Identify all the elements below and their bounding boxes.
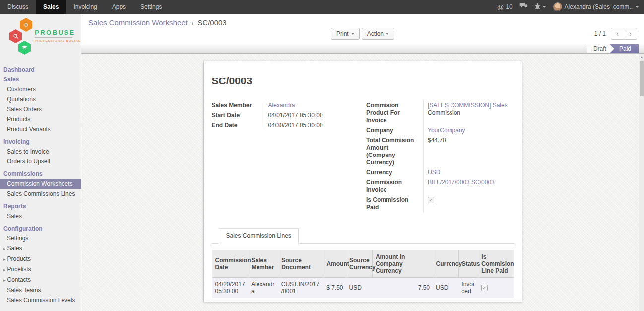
sidebar-item-config-sales[interactable]: ▸Sales (0, 243, 81, 254)
label-start-date: Start Date (212, 110, 264, 120)
cell-status: Invoiced (458, 298, 478, 303)
cell-amount: $ 7.50 (323, 278, 346, 298)
sidebar-section-sales[interactable]: Sales (0, 75, 81, 84)
sidebar-item-sales-to-invoice[interactable]: Sales to Invoice (0, 147, 81, 156)
sidebar-item-label: Pricelists (7, 266, 31, 273)
action-button[interactable]: Action (362, 28, 394, 40)
sidebar-nav: Dashboard Sales Customers Quotations Sal… (0, 65, 81, 305)
main-menu: Discuss Sales Invoicing Apps Settings (0, 0, 169, 14)
user-menu[interactable]: Alexandra (Sales_comm.. (553, 2, 639, 11)
sidebar-item-sales-teams[interactable]: Sales Teams (0, 285, 81, 295)
sidebar-item-reports-sales[interactable]: Sales (0, 211, 81, 221)
expand-arrow-icon: ▸ (3, 278, 6, 283)
messages-button[interactable] (519, 3, 527, 11)
label-commission-invoice: Commission Invoice (366, 177, 423, 195)
sidebar-item-orders-to-upsell[interactable]: Orders to Upsell (0, 156, 81, 166)
control-panel: Sales Commission Worksheet / SC/0003 Pri… (81, 14, 644, 44)
col-amount-company-currency: Amount in Company Currency (372, 250, 433, 278)
sidebar-item-quotations[interactable]: Quotations (0, 94, 81, 104)
scrollbar-up-button[interactable]: ▲ (639, 54, 644, 60)
sidebar-item-settings[interactable]: Settings (0, 233, 81, 243)
breadcrumb-separator: / (192, 18, 193, 27)
sidebar-item-sales-orders[interactable]: Sales Orders (0, 104, 81, 114)
value-commission-invoice-link[interactable]: BILL/2017/0003 SC/0003 (428, 179, 495, 186)
logo-tagline: PROFESSIONAL BUSINESS (35, 39, 72, 42)
value-company-link[interactable]: YourCompany (428, 127, 465, 134)
menu-settings[interactable]: Settings (133, 0, 169, 14)
expand-arrow-icon: ▸ (3, 257, 6, 262)
menu-apps[interactable]: Apps (105, 0, 133, 14)
scrollbar-thumb[interactable] (640, 61, 644, 96)
pager-previous-button[interactable]: ‹ (611, 28, 624, 40)
menu-discuss[interactable]: Discuss (0, 0, 36, 14)
form-sheet: SC/0003 Sales Member Alexandra Start Dat… (203, 61, 522, 302)
gear-hexagon-icon (20, 18, 32, 32)
cell-source: INV/2017/0004-SO008 (278, 298, 323, 303)
record-title: SC/0003 (212, 75, 514, 87)
value-start-date: 04/01/2017 05:30:00 (264, 110, 360, 120)
breadcrumb: Sales Commission Worksheet / SC/0003 (88, 18, 227, 27)
sidebar-item-label: Products (7, 255, 31, 262)
label-commission-product: Commision Product For Invoice (366, 100, 423, 125)
value-sales-member-link[interactable]: Alexandra (268, 102, 295, 109)
graduation-cap-hexagon-icon (18, 41, 31, 55)
main-scroll-area: SC/0003 Sales Member Alexandra Start Dat… (81, 54, 644, 311)
field-group: Sales Member Alexandra Start Date 04/01/… (212, 100, 514, 212)
sidebar-item-contacts[interactable]: ▸Contacts (0, 275, 81, 285)
col-is-commission-line-paid: Is Commision Line Paid (478, 250, 514, 278)
mentions-counter[interactable]: @ 10 (497, 3, 513, 11)
debug-menu[interactable] (534, 3, 546, 11)
chat-bubble-icon (519, 3, 527, 11)
cell-date: 04/20/2017 05:30:00 (212, 278, 248, 298)
logo-name: PROBUSE (35, 29, 72, 38)
value-currency-link[interactable]: USD (428, 169, 440, 176)
notebook-tabs: Sales Commission Lines (212, 228, 514, 244)
pager-next-button[interactable]: › (624, 28, 637, 40)
bug-icon (534, 3, 541, 11)
expand-arrow-icon: ▸ (3, 246, 6, 251)
top-navbar: Discuss Sales Invoicing Apps Settings @ … (0, 0, 644, 14)
col-currency: Currency (433, 250, 458, 278)
label-end-date: End Date (212, 120, 264, 130)
value-total-commission: $44.70 (423, 135, 514, 167)
value-commission-product-rest: Commission (428, 109, 460, 116)
value-commission-product-link[interactable]: [SALES COMMISSION] Sales (428, 102, 508, 109)
line-paid-checkbox (481, 285, 488, 291)
cell-member: Alexandra (248, 298, 278, 303)
status-draft[interactable]: Draft (587, 44, 614, 53)
cell-status: Invoiced (458, 278, 478, 298)
cell-currency: USD (433, 278, 458, 298)
label-is-commission-paid: Is Commission Paid (366, 195, 423, 212)
sidebar-item-customers[interactable]: Customers (0, 84, 81, 94)
breadcrumb-parent-link[interactable]: Sales Commission Worksheet (88, 18, 188, 27)
table-header-row: Commission Date Sales Member Source Docu… (212, 250, 514, 278)
user-name: Alexandra (Sales_comm.. (565, 3, 633, 10)
table-row[interactable]: 04/20/2017 05:30:00 Alexandra CUST.IN/20… (212, 278, 514, 298)
sidebar-section-configuration: Configuration (0, 224, 81, 233)
sidebar-section-commissions: Commissions (0, 169, 81, 179)
sidebar-section-invoicing: Invoicing (0, 137, 81, 147)
at-icon: @ (497, 3, 504, 11)
menu-sales[interactable]: Sales (36, 0, 66, 14)
tab-sales-commission-lines[interactable]: Sales Commission Lines (219, 228, 299, 244)
table-row[interactable]: 04/20/2017 05:30:00 Alexandra INV/2017/0… (212, 298, 514, 303)
user-avatar (553, 2, 562, 11)
sidebar-item-product-variants[interactable]: Product Variants (0, 124, 81, 134)
sidebar-item-sales-commissions-lines[interactable]: Sales Commissions Lines (0, 189, 81, 199)
sidebar-section-reports: Reports (0, 201, 81, 211)
label-company: Company (366, 125, 423, 135)
label-currency: Currency (366, 167, 423, 177)
sidebar-item-products[interactable]: Products (0, 114, 81, 124)
print-button[interactable]: Print (331, 28, 360, 40)
cell-source-currency: USD (346, 298, 373, 303)
sidebar-item-pricelists[interactable]: ▸Pricelists (0, 264, 81, 275)
sidebar-item-config-products[interactable]: ▸Products (0, 254, 81, 264)
sidebar-item-commission-worksheets[interactable]: Commission Worksheets (0, 179, 81, 189)
menu-invoicing[interactable]: Invoicing (66, 0, 104, 14)
sidebar-item-dashboard[interactable]: Dashboard (0, 65, 81, 75)
breadcrumb-current: SC/0003 (197, 18, 226, 27)
cell-source: CUST.IN/2017/0001 (278, 278, 323, 298)
sidebar-item-sales-commission-levels[interactable]: Sales Commission Levels (0, 295, 81, 305)
is-commission-paid-checkbox (428, 197, 434, 203)
sidebar: PROBUSE PROFESSIONAL BUSINESS Dashboard … (0, 14, 81, 311)
